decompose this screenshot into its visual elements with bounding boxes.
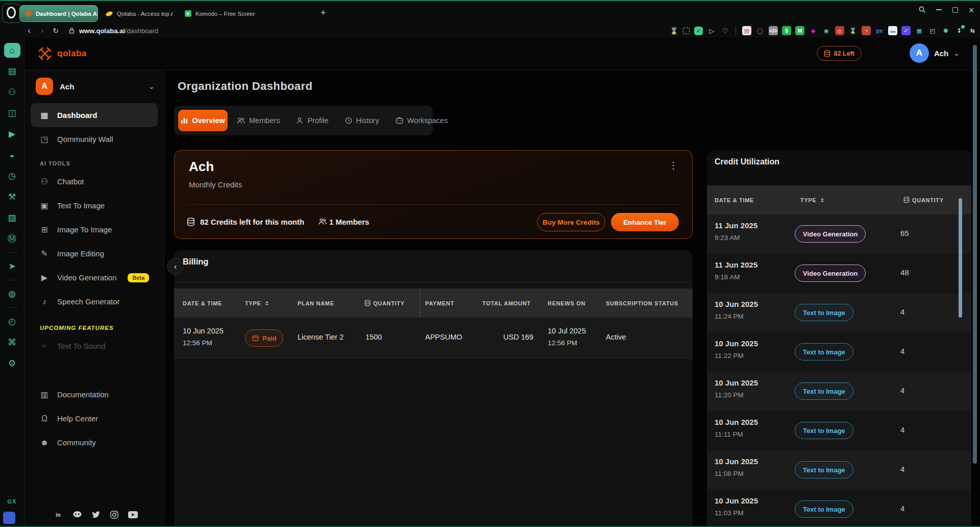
enhance-tier-button[interactable]: Enhance Tier [611, 213, 679, 231]
panel-scrollbar-thumb[interactable] [959, 198, 962, 318]
side-rail-icon[interactable]: ▤ [0, 61, 24, 82]
side-rail-icon[interactable]: ⚇ [0, 82, 24, 103]
tab-label: Overview [192, 116, 225, 125]
org-avatar: A [36, 78, 53, 95]
reload-button[interactable]: ↻ [49, 27, 62, 35]
side-rail-icon[interactable]: ⚙ [0, 353, 24, 374]
buy-more-credits-button[interactable]: Buy More Credits [537, 213, 605, 231]
address-bar[interactable]: www.qolaba.ai/dashboard [68, 27, 158, 35]
sidebar-nav-item[interactable]: ▶ Video Generation Beta [31, 266, 158, 290]
toolbar-separator [736, 26, 736, 35]
side-rail-icon[interactable]: ▶ [0, 124, 24, 145]
extension-icon[interactable]: ✓ [901, 26, 911, 35]
close-button[interactable]: × [967, 5, 976, 14]
tab-history[interactable]: History [338, 110, 386, 131]
sidebar-nav-item[interactable]: ◳ Qommunity Wall [31, 127, 158, 151]
browser-action-icon[interactable]: ⌛ [670, 27, 678, 35]
qolaba-brand[interactable]: qolaba [37, 45, 87, 62]
side-rail-icon[interactable] [0, 249, 24, 256]
side-rail-icon[interactable]: Ⓜ [0, 228, 24, 249]
instagram-icon[interactable] [110, 511, 118, 519]
row-time: 11:24 PM [715, 313, 744, 320]
side-rail-icon[interactable]: ◍ [0, 283, 24, 304]
sidebar-nav-item[interactable]: Ω Help Center [31, 406, 158, 430]
tab-qolaba-home[interactable]: Qolaba - Access top AI m [101, 5, 173, 22]
side-rail-icon[interactable]: ◷ [0, 165, 24, 186]
extension-icon[interactable]: ◯ [755, 26, 765, 35]
sidebar-nav-item[interactable]: ♪ Speech Generator [31, 290, 158, 314]
extension-icon[interactable]: $ [782, 26, 791, 35]
side-rail-icon[interactable]: ⌘ [0, 332, 24, 353]
extension-icon[interactable]: ⇆ [968, 26, 977, 35]
sidebar-nav-item[interactable]: ⊞ Image To Image [31, 218, 158, 242]
sidebar-nav-item[interactable]: ⚇ Chatbot [31, 170, 158, 194]
youtube-icon[interactable] [128, 511, 138, 518]
twitter-icon[interactable] [92, 511, 101, 518]
sidebar-nav-item[interactable]: ✎ Image Editing [31, 242, 158, 266]
extension-icon[interactable]: M [795, 26, 804, 35]
user-menu[interactable]: A Ach ⌄ [910, 43, 960, 63]
tab-workspaces[interactable]: Workspaces [388, 110, 455, 131]
collapse-panel-button[interactable]: ‹ [167, 258, 184, 275]
minimize-button[interactable] [934, 5, 943, 14]
tab-profile[interactable]: Profile [289, 110, 335, 131]
sidebar-nav-item[interactable]: ☻ Community [31, 430, 158, 454]
side-rail-icon[interactable]: ◫ [0, 103, 24, 124]
linkedin-icon[interactable]: in [54, 510, 63, 519]
extension-icon[interactable]: ◉ [822, 26, 831, 35]
back-button[interactable]: ‹ [22, 26, 36, 35]
credits-remaining-text: 82 Credits left for this month [200, 218, 304, 226]
side-rail-icon[interactable]: ➤ [0, 256, 24, 277]
side-rail-icon[interactable]: ◒ [0, 145, 24, 165]
extension-icon[interactable]: ◆ [808, 26, 818, 35]
tab-members[interactable]: Members [230, 110, 287, 131]
row-date: 10 Jun 2025 [715, 300, 758, 308]
side-rail-icon[interactable]: ◴ [0, 311, 24, 332]
side-rail-icon[interactable] [0, 277, 24, 283]
browser-action-icon[interactable]: ▷ [707, 27, 716, 35]
tab-overview[interactable]: Overview [178, 110, 228, 131]
extension-icon[interactable]: ◍ [835, 26, 844, 35]
kebab-menu-icon[interactable]: ⋮ [669, 160, 678, 171]
url-path: /dashboard [125, 27, 158, 35]
extension-icon[interactable]: ⚉ [941, 26, 950, 35]
discord-icon[interactable] [72, 511, 82, 518]
komodo-favicon [185, 10, 191, 17]
extension-icon[interactable]: ▦ [915, 26, 924, 35]
page-scrollbar-thumb[interactable] [973, 45, 977, 464]
row-type-pill: Text to Image [795, 304, 853, 321]
maximize-button[interactable] [950, 5, 960, 14]
opera-logo-icon[interactable] [7, 7, 16, 18]
tab-dashboard-qolaba[interactable]: Dashboard | Qolaba AI St [19, 5, 98, 22]
extension-icon[interactable]: ◔ [862, 26, 871, 35]
side-rail-icon[interactable]: ⌂ [0, 40, 24, 61]
col-type[interactable]: TYPE [245, 289, 268, 318]
sidebar-nav-item[interactable]: ▣ Text To Image [31, 194, 158, 218]
side-rail-icon[interactable]: ▨ [0, 207, 24, 228]
sidebar-nav-item[interactable]: ▥ Documentation [31, 382, 158, 406]
side-rail-icon[interactable] [0, 304, 24, 311]
extension-icon[interactable]: ↧ [954, 26, 964, 35]
ai-tools-section-label: AI TOOLS [40, 160, 164, 166]
browser-action-icon[interactable] [683, 28, 690, 34]
extension-icon[interactable]: </> [769, 26, 778, 35]
credits-left-badge[interactable]: 82 Left [817, 46, 862, 61]
browser-action-icon[interactable]: ♡ [721, 27, 729, 35]
extension-icon[interactable]: px [875, 26, 884, 35]
extension-icon[interactable]: ▬ [888, 26, 897, 35]
extension-icon[interactable]: ⌛ [848, 26, 857, 35]
tab-komodo[interactable]: Komodo – Free Screen Re [180, 5, 255, 22]
org-selector[interactable]: A Ach ⌄ [24, 70, 164, 97]
side-rail-icon[interactable]: ⚒ [0, 186, 24, 207]
extension-icon[interactable]: ▤ [742, 26, 751, 35]
col-type[interactable]: TYPE [800, 185, 824, 214]
extension-icon[interactable]: ◰ [928, 26, 937, 35]
new-tab-button[interactable]: + [316, 6, 330, 19]
forward-button[interactable]: › [36, 26, 49, 35]
billing-row: 10 Jun 2025 12:56 PM Paid License Tier 2… [174, 318, 693, 358]
sidebar-item-label: Video Generation [57, 273, 116, 282]
browser-action-icon[interactable]: ✓ [694, 27, 703, 35]
sidebar-item-icon: ▶ [39, 273, 50, 282]
sidebar-nav-item[interactable]: ▦ Dashboard [31, 103, 158, 127]
search-icon[interactable] [918, 5, 927, 14]
